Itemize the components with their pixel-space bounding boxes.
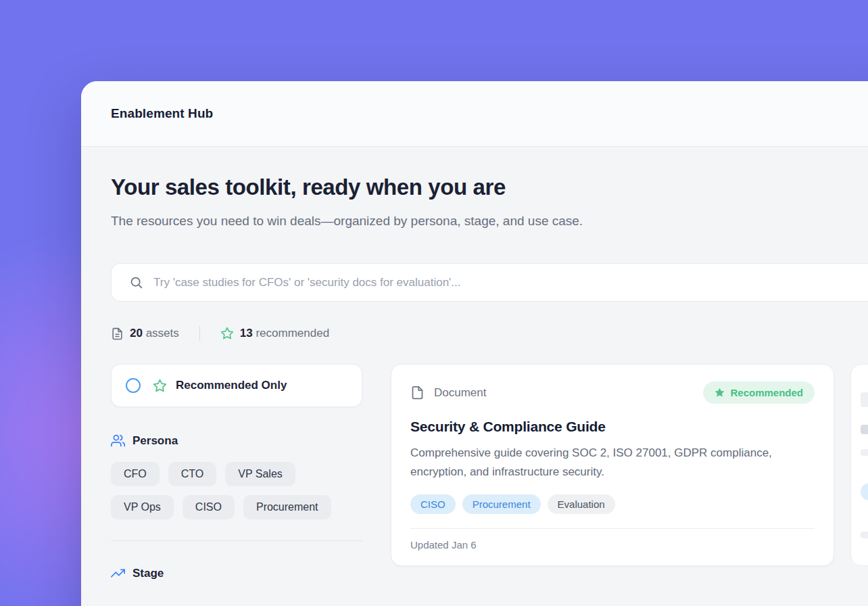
stage-section-title: Stage [132, 567, 164, 580]
filters-sidebar: Recommended Only Persona CFO CTO VP Sale… [111, 364, 362, 580]
stage-section-header: Stage [111, 566, 362, 580]
tag-procurement: Procurement [462, 494, 541, 514]
asset-type-label: Document [434, 386, 486, 400]
asset-column: Document Recommended Security & Complian… [391, 364, 834, 566]
asset-card-security-compliance-guide[interactable]: Document Recommended Security & Complian… [391, 364, 834, 566]
recommended-only-radio[interactable] [126, 378, 141, 393]
persona-chips: CFO CTO VP Sales VP Ops CISO Procurement [111, 462, 362, 519]
filters-divider [111, 540, 362, 541]
tag-evaluation: Evaluation [548, 494, 615, 514]
trending-up-icon [111, 566, 125, 580]
peek-file-icon [861, 392, 868, 407]
recommended-badge-label: Recommended [730, 387, 803, 398]
peek-footer-stub [861, 532, 868, 538]
search-input[interactable] [153, 276, 868, 289]
asset-card-header: Document Recommended [410, 381, 815, 404]
persona-chip-vp-ops[interactable]: VP Ops [111, 495, 174, 519]
persona-chip-vp-sales[interactable]: VP Sales [225, 462, 295, 486]
recommended-stat: 13 recommended [220, 327, 329, 340]
page-title: Your sales toolkit, ready when you are [111, 174, 868, 200]
assets-stat: 20 assets [111, 327, 179, 340]
next-asset-card-partial[interactable] [850, 364, 868, 566]
persona-chip-ciso[interactable]: CISO [183, 495, 235, 519]
recommended-label: recommended [256, 327, 329, 340]
stats-row: 20 assets 13 recommended [111, 326, 868, 341]
app-title: Enablement Hub [111, 106, 213, 121]
recommended-only-label: Recommended Only [176, 379, 287, 392]
peek-column [850, 364, 868, 566]
asset-tags: CISO Procurement Evaluation [410, 494, 815, 514]
tag-ciso: CISO [410, 494, 456, 514]
search-icon [129, 275, 143, 289]
asset-title: Security & Compliance Guide [410, 419, 815, 435]
peek-tag-stub [861, 483, 868, 500]
persona-section-title: Persona [132, 434, 178, 448]
window-body: Your sales toolkit, ready when you are T… [81, 174, 868, 580]
asset-description: Comprehensive guide covering SOC 2, ISO … [410, 444, 815, 482]
file-icon [410, 386, 425, 400]
users-icon [111, 434, 125, 448]
asset-type: Document [410, 386, 486, 400]
persona-chip-cto[interactable]: CTO [168, 462, 216, 486]
window-header: Enablement Hub [81, 81, 868, 147]
star-icon [153, 379, 167, 393]
recommended-count: 13 [240, 327, 253, 340]
assets-label: assets [146, 327, 179, 340]
star-icon [220, 327, 234, 340]
enablement-hub-window: Enablement Hub Your sales toolkit, ready… [81, 81, 868, 606]
recommended-badge: Recommended [703, 381, 815, 404]
star-filled-icon [715, 388, 725, 398]
file-text-icon [111, 327, 124, 340]
recommended-only-toggle[interactable]: Recommended Only [111, 364, 362, 407]
content-grid: Recommended Only Persona CFO CTO VP Sale… [111, 364, 868, 580]
search-bar[interactable] [111, 263, 868, 302]
persona-chip-cfo[interactable]: CFO [111, 462, 160, 486]
peek-text-stub [861, 449, 868, 456]
persona-chip-procurement[interactable]: Procurement [243, 495, 331, 519]
persona-section-header: Persona [111, 434, 362, 448]
asset-updated: Updated Jan 6 [410, 528, 815, 551]
page-subtitle: The resources you need to win deals—orga… [111, 210, 584, 232]
peek-title-stub [861, 425, 868, 434]
assets-count: 20 [130, 327, 143, 340]
stats-divider [199, 326, 200, 341]
